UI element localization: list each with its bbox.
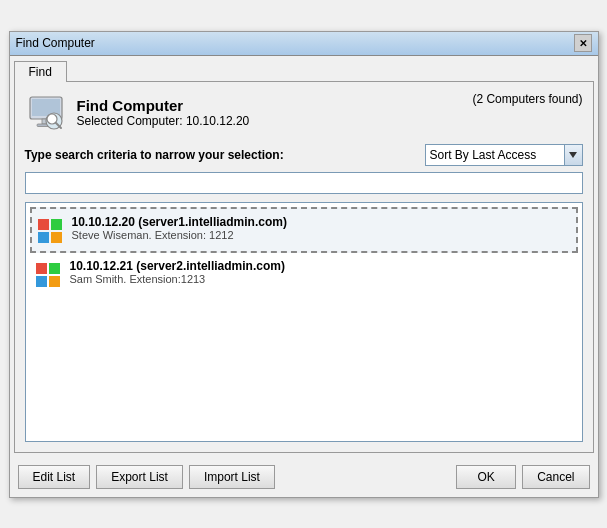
edit-list-button[interactable]: Edit List: [18, 465, 91, 489]
sort-select-box[interactable]: Sort By Last Access: [425, 144, 565, 166]
list-item[interactable]: 10.10.12.21 (server2.intelliadmin.com) S…: [30, 253, 578, 295]
close-button[interactable]: ✕: [574, 34, 592, 52]
computers-found: (2 Computers found): [472, 92, 582, 106]
item-text: 10.10.12.20 (server1.intelliadmin.com) S…: [72, 215, 287, 241]
tab-bar: Find: [10, 56, 598, 81]
tab-find[interactable]: Find: [14, 61, 67, 82]
header-section: Find Computer Selected Computer: 10.10.1…: [25, 92, 583, 134]
header-title: Find Computer: [77, 97, 250, 114]
item-detail: Steve Wiseman. Extension: 1212: [72, 229, 287, 241]
item-text: 10.10.12.21 (server2.intelliadmin.com) S…: [70, 259, 285, 285]
header-left: Find Computer Selected Computer: 10.10.1…: [25, 92, 250, 134]
svg-rect-10: [38, 232, 49, 243]
computer-icon: [25, 92, 67, 134]
svg-rect-9: [51, 219, 62, 230]
find-computer-window: Find Computer ✕ Find: [9, 31, 599, 498]
import-list-button[interactable]: Import List: [189, 465, 275, 489]
cancel-button[interactable]: Cancel: [522, 465, 589, 489]
computer-svg-icon: [26, 93, 66, 133]
svg-rect-13: [49, 263, 60, 274]
sort-dropdown[interactable]: Sort By Last Access: [425, 144, 583, 166]
svg-rect-12: [36, 263, 47, 274]
bottom-right-buttons: OK Cancel: [456, 465, 589, 489]
svg-marker-7: [569, 152, 577, 158]
bottom-bar: Edit List Export List Import List OK Can…: [10, 457, 598, 497]
title-bar: Find Computer ✕: [10, 32, 598, 56]
svg-rect-14: [36, 276, 47, 287]
item-detail: Sam Smith. Extension:1213: [70, 273, 285, 285]
list-item[interactable]: 10.10.12.20 (server1.intelliadmin.com) S…: [30, 207, 578, 253]
export-list-button[interactable]: Export List: [96, 465, 183, 489]
search-input-row: [25, 172, 583, 194]
windows-flag-icon: [36, 217, 64, 245]
content-area: Find Computer Selected Computer: 10.10.1…: [14, 81, 594, 453]
item-name: 10.10.12.21 (server2.intelliadmin.com): [70, 259, 285, 273]
computer-list: 10.10.12.20 (server1.intelliadmin.com) S…: [25, 202, 583, 442]
chevron-down-icon: [568, 151, 578, 159]
header-text: Find Computer Selected Computer: 10.10.1…: [77, 97, 250, 128]
item-name: 10.10.12.20 (server1.intelliadmin.com): [72, 215, 287, 229]
svg-rect-15: [49, 276, 60, 287]
bottom-left-buttons: Edit List Export List Import List: [18, 465, 275, 489]
search-label: Type search criteria to narrow your sele…: [25, 148, 284, 162]
windows-flag-icon: [34, 261, 62, 289]
search-input[interactable]: [25, 172, 583, 194]
sort-dropdown-arrow[interactable]: [565, 144, 583, 166]
header-subtitle: Selected Computer: 10.10.12.20: [77, 114, 250, 128]
svg-rect-11: [51, 232, 62, 243]
ok-button[interactable]: OK: [456, 465, 516, 489]
search-row: Type search criteria to narrow your sele…: [25, 144, 583, 166]
window-title: Find Computer: [16, 36, 95, 50]
svg-rect-8: [38, 219, 49, 230]
